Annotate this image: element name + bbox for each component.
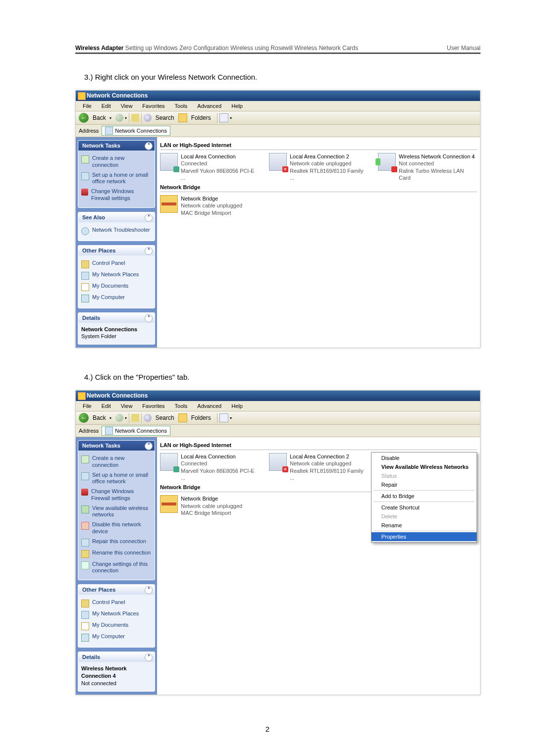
collapse-icon[interactable]: ˄ — [145, 586, 153, 594]
panel-head[interactable]: Other Places˄ — [78, 585, 155, 595]
context-menu[interactable]: Disable View Available Wireless Networks… — [371, 452, 477, 543]
menu-bar[interactable]: File Edit View Favorites Tools Advanced … — [76, 101, 480, 111]
conn-wlan[interactable]: Wireless Network Connection 4Not connect… — [378, 153, 477, 181]
link-my-documents[interactable]: My Documents — [81, 281, 152, 293]
back-icon[interactable]: ← — [79, 413, 89, 423]
ctx-properties[interactable]: Properties — [372, 532, 477, 541]
task-create-connection[interactable]: Create a new connection — [81, 454, 152, 470]
address-input[interactable]: Network Connections — [102, 126, 170, 136]
menu-tools[interactable]: Tools — [170, 102, 193, 110]
link-my-computer[interactable]: My Computer — [81, 293, 152, 304]
home-icon — [81, 172, 89, 180]
task-disable[interactable]: Disable this network device — [81, 520, 152, 537]
ctx-shortcut[interactable]: Create Shortcut — [372, 503, 477, 512]
menu-favorites[interactable]: Favorites — [137, 402, 169, 410]
ctx-repair[interactable]: Repair — [372, 480, 477, 489]
menu-bar[interactable]: File Edit View Favorites Tools Advanced … — [76, 401, 480, 411]
menu-help[interactable]: Help — [226, 102, 248, 110]
ctx-add-bridge[interactable]: Add to Bridge — [372, 492, 477, 501]
task-change-settings[interactable]: Change settings of this connection — [81, 559, 152, 576]
conn-lan1[interactable]: Local Area ConnectionConnectedMarvell Yu… — [160, 453, 259, 481]
menu-file[interactable]: File — [78, 102, 97, 110]
panel-head[interactable]: See Also˄ — [78, 212, 155, 222]
back-button[interactable]: Back▾ — [89, 114, 115, 121]
link-control-panel[interactable]: Control Panel — [81, 598, 152, 609]
task-rename[interactable]: Rename this connection — [81, 548, 152, 559]
details-type: Not connected — [81, 680, 116, 686]
panel-head[interactable]: Details˄ — [78, 652, 155, 662]
menu-advanced[interactable]: Advanced — [192, 402, 226, 410]
menu-help[interactable]: Help — [226, 402, 248, 410]
lan-icon — [160, 453, 178, 471]
collapse-icon[interactable]: ˄ — [145, 314, 153, 322]
link-my-network[interactable]: My Network Places — [81, 609, 152, 620]
back-icon[interactable]: ← — [79, 113, 89, 123]
search-button[interactable]: Search — [152, 114, 178, 121]
forward-icon[interactable] — [115, 114, 123, 122]
search-button[interactable]: Search — [152, 414, 178, 421]
panel-head[interactable]: Details˄ — [78, 313, 155, 323]
folders-icon[interactable] — [178, 413, 187, 422]
panel-head[interactable]: Network Tasks˄ — [78, 141, 155, 151]
menu-view[interactable]: View — [116, 102, 138, 110]
dropdown-icon[interactable]: ▾ — [123, 416, 127, 420]
dropdown-icon[interactable]: ▾ — [123, 116, 127, 120]
header-right: User Manual — [447, 45, 481, 51]
task-create-connection[interactable]: Create a new connection — [81, 153, 152, 170]
collapse-icon[interactable]: ˄ — [145, 654, 153, 661]
up-icon[interactable] — [131, 414, 139, 422]
search-icon[interactable] — [144, 414, 152, 422]
back-button[interactable]: Back▾ — [89, 414, 115, 421]
collapse-icon[interactable]: ˄ — [145, 247, 153, 255]
link-my-documents[interactable]: My Documents — [81, 620, 152, 632]
conn-bridge[interactable]: Network BridgeNetwork cable unpluggedMAC… — [160, 195, 259, 216]
task-setup-home[interactable]: Set up a home or small office network — [81, 470, 152, 487]
dropdown-icon[interactable]: ▾ — [108, 116, 111, 120]
ctx-status: Status — [372, 471, 477, 480]
folders-button[interactable]: Folders — [187, 114, 215, 121]
menu-favorites[interactable]: Favorites — [137, 102, 169, 110]
task-repair[interactable]: Repair this connection — [81, 537, 152, 548]
task-setup-home[interactable]: Set up a home or small office network — [81, 170, 152, 187]
menu-file[interactable]: File — [78, 402, 97, 410]
menu-tools[interactable]: Tools — [170, 402, 193, 410]
ctx-rename[interactable]: Rename — [372, 521, 477, 530]
search-icon[interactable] — [144, 114, 152, 122]
menu-view[interactable]: View — [116, 402, 138, 410]
dropdown-icon[interactable]: ▾ — [228, 116, 232, 120]
up-icon[interactable] — [131, 114, 139, 122]
ctx-disable[interactable]: Disable — [372, 454, 477, 462]
dropdown-icon[interactable]: ▾ — [108, 416, 111, 420]
conn-lan1[interactable]: Local Area ConnectionConnectedMarvell Yu… — [160, 153, 259, 181]
task-firewall[interactable]: Change Windows Firewall settings — [81, 487, 152, 504]
panel-head[interactable]: Other Places˄ — [78, 246, 155, 255]
collapse-icon[interactable]: ˄ — [145, 442, 153, 450]
panel-network-tasks: Network Tasks˄ Create a new connection S… — [78, 440, 155, 580]
conn-lan2[interactable]: Local Area Connection 2Network cable unp… — [269, 153, 368, 181]
panel-other-places: Other Places˄ Control Panel My Network P… — [78, 584, 155, 648]
link-my-computer[interactable]: My Computer — [81, 632, 152, 643]
forward-icon[interactable] — [115, 414, 123, 422]
details-name: Wireless Network Connection 4 — [81, 665, 127, 679]
menu-edit[interactable]: Edit — [97, 402, 116, 410]
folders-icon[interactable] — [178, 113, 187, 122]
conn-bridge[interactable]: Network BridgeNetwork cable unpluggedMAC… — [160, 495, 259, 516]
link-my-network[interactable]: My Network Places — [81, 270, 152, 281]
menu-edit[interactable]: Edit — [97, 102, 116, 110]
task-view-wireless[interactable]: View available wireless networks — [81, 504, 152, 520]
task-firewall[interactable]: Change Windows Firewall settings — [81, 187, 152, 203]
views-icon[interactable] — [219, 113, 228, 122]
dropdown-icon[interactable]: ▾ — [228, 416, 232, 420]
link-control-panel[interactable]: Control Panel — [81, 258, 152, 270]
collapse-icon[interactable]: ˄ — [145, 142, 153, 150]
conn-lan2[interactable]: Local Area Connection 2Network cable unp… — [269, 453, 368, 481]
folders-button[interactable]: Folders — [187, 414, 215, 421]
details-type: System Folder — [81, 333, 116, 339]
panel-head[interactable]: Network Tasks˄ — [78, 441, 155, 451]
task-troubleshoot[interactable]: Network Troubleshooter — [81, 225, 152, 237]
views-icon[interactable] — [219, 413, 228, 422]
ctx-view-wireless[interactable]: View Available Wireless Networks — [372, 462, 477, 471]
collapse-icon[interactable]: ˄ — [145, 214, 153, 222]
menu-advanced[interactable]: Advanced — [192, 102, 226, 110]
address-input[interactable]: Network Connections — [102, 426, 170, 436]
